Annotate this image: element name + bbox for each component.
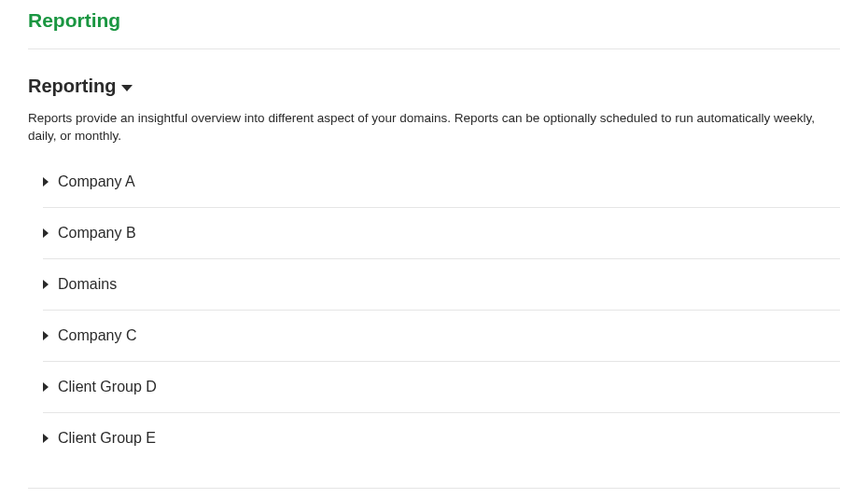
caret-right-icon xyxy=(43,434,49,443)
caret-right-icon xyxy=(43,280,49,289)
report-group-item[interactable]: Company C xyxy=(43,311,840,362)
report-group-label: Client Group E xyxy=(58,430,156,447)
report-group-label: Domains xyxy=(58,276,117,293)
report-group-label: Company C xyxy=(58,327,136,344)
report-group-item[interactable]: Client Group D xyxy=(43,362,840,413)
report-group-label: Company B xyxy=(58,225,136,242)
caret-right-icon xyxy=(43,331,49,340)
caret-right-icon xyxy=(43,228,49,238)
report-group-label: Company A xyxy=(58,173,135,190)
caret-right-icon xyxy=(43,382,49,392)
section-description: Reports provide an insightful overview i… xyxy=(28,110,840,145)
section-title: Reporting xyxy=(28,76,116,97)
report-group-item[interactable]: Domains xyxy=(43,259,840,311)
caret-down-icon xyxy=(121,85,133,91)
caret-right-icon xyxy=(43,177,49,187)
report-group-list: Company A Company B Domains Company C Cl… xyxy=(28,157,840,489)
report-group-item[interactable]: Company A xyxy=(43,157,840,208)
report-group-item[interactable]: Company B xyxy=(43,208,840,259)
report-group-label: Client Group D xyxy=(58,379,157,395)
section-dropdown[interactable]: Reporting xyxy=(28,76,840,97)
report-group-item[interactable]: Client Group E xyxy=(43,413,840,463)
page-title: Reporting xyxy=(28,9,840,49)
